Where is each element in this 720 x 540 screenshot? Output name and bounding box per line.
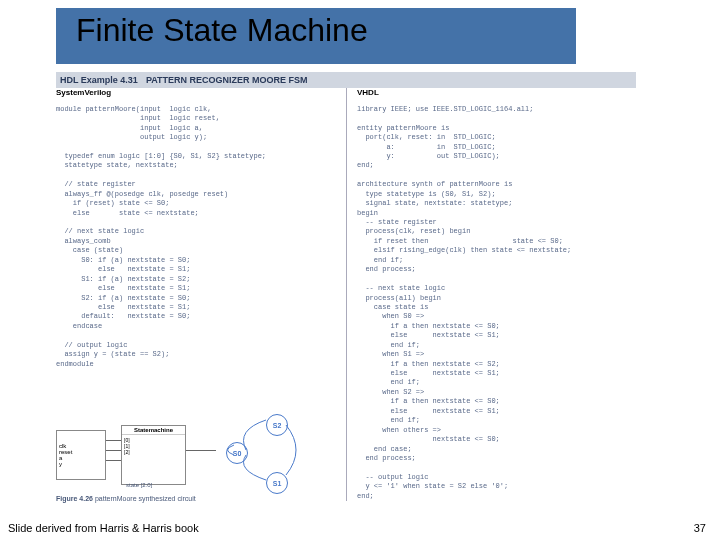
systemverilog-code: module patternMoore(input logic clk, inp… [56,105,336,369]
state-bus-label: state [2:0] [126,482,152,488]
statemachine-ports: [0] [1] [2] [122,435,185,457]
statemachine-label: Statemachine [122,426,185,435]
io-block: clk reset a y [56,430,106,480]
wire [106,450,121,451]
statemachine-block: Statemachine [0] [1] [2] [121,425,186,485]
hdl-example-name: PATTERN RECOGNIZER MOORE FSM [146,75,308,85]
state-arcs-icon [216,410,316,500]
slide-title: Finite State Machine [76,12,368,49]
wire [106,440,121,441]
hdl-example-number: HDL Example 4.31 [60,75,138,85]
systemverilog-column: SystemVerilog module patternMoore(input … [56,88,336,369]
footer-attribution: Slide derived from Harris & Harris book [8,522,199,534]
slide-number: 37 [694,522,706,534]
wire [106,460,121,461]
figure-number: Figure 4.26 [56,495,93,502]
figure-caption: Figure 4.26 patternMoore synthesized cir… [56,495,196,502]
io-ports: clk reset a y [59,443,103,467]
figure-text: patternMoore synthesized circuit [95,495,196,502]
vhdl-heading: VHDL [357,88,636,99]
hdl-example-header: HDL Example 4.31 PATTERN RECOGNIZER MOOR… [56,72,636,88]
systemverilog-heading: SystemVerilog [56,88,336,99]
wire [186,450,216,451]
code-columns: SystemVerilog module patternMoore(input … [56,88,636,418]
